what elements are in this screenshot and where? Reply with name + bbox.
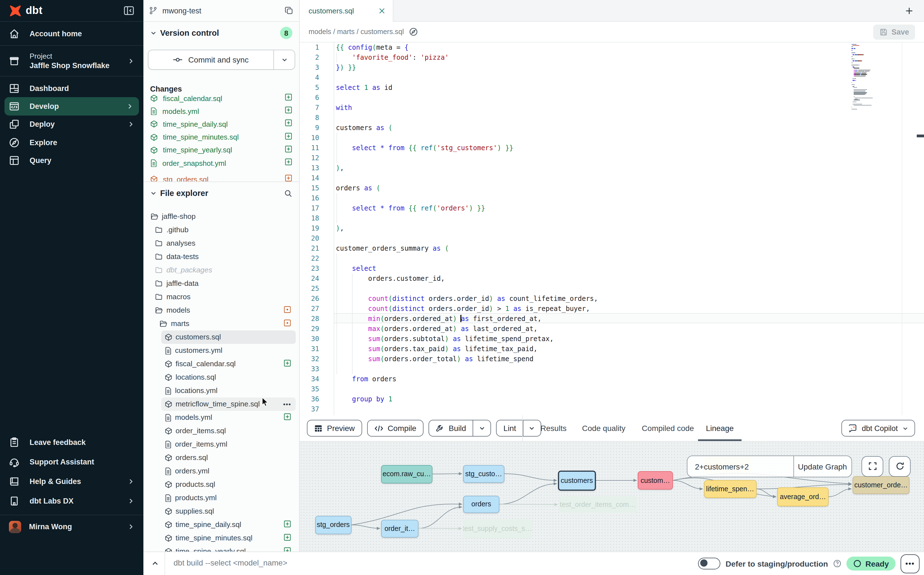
lineage-node-stg_orders[interactable]: stg_orders <box>315 516 352 534</box>
sidebar-item-query[interactable]: Query <box>0 152 143 170</box>
changed-file-row[interactable]: order_snapshot.yml <box>143 157 299 169</box>
file-row-metricflow-time-spine-sql[interactable]: metricflow_time_spine.sql••• <box>143 397 299 411</box>
changed-file-row[interactable]: fiscal_calendar.sql <box>143 92 299 105</box>
results-tab-results[interactable]: Results <box>534 415 573 441</box>
user-menu[interactable]: Mirna Wong <box>0 515 143 538</box>
sidebar-item-explore[interactable]: Explore <box>0 133 143 152</box>
file-explorer-header[interactable]: File explorer <box>143 182 299 204</box>
lineage-node-average[interactable]: average_ord… <box>777 488 829 506</box>
lineage-node-cust_orde[interactable]: customer_orde… <box>853 476 910 494</box>
lineage-canvas[interactable]: test_order_items_com…test_supply_costs_s… <box>300 442 924 551</box>
changed-file-row[interactable]: time_spine_minutes.sql <box>143 131 299 143</box>
code-editor[interactable]: 1234567891011121314151617181920212223242… <box>300 43 924 415</box>
collapse-sidebar-icon[interactable] <box>123 6 135 16</box>
lineage-node-custom[interactable]: custom… <box>638 471 673 489</box>
compile-button[interactable]: Compile <box>367 420 424 437</box>
stage-file-icon[interactable] <box>285 106 292 116</box>
sidebar-item-deploy[interactable]: Deploy <box>0 116 143 134</box>
stage-file-icon[interactable] <box>284 413 291 422</box>
file-row-order-items-yml[interactable]: order_items.yml <box>143 437 299 451</box>
build-options-chevron[interactable] <box>473 420 491 436</box>
lineage-node-ecom[interactable]: ecom.raw_cu… <box>381 465 433 483</box>
defer-toggle[interactable] <box>698 558 721 569</box>
file-row-marts[interactable]: marts <box>143 317 299 330</box>
lineage-search-box[interactable]: 2+customers+2 Update Graph <box>686 456 852 477</box>
minimap[interactable] <box>851 44 891 113</box>
preview-button[interactable]: Preview <box>307 420 362 437</box>
file-row-models[interactable]: models <box>143 303 299 317</box>
more-options-button[interactable]: ••• <box>900 554 919 573</box>
file-row-time-spine-yearly-sql[interactable]: time_spine_yearly.sql <box>143 545 299 551</box>
results-tab-compiled-code[interactable]: Compiled code <box>634 415 701 441</box>
build-button[interactable]: Build <box>428 420 491 437</box>
stage-file-icon[interactable] <box>284 520 291 529</box>
stage-file-icon[interactable] <box>285 158 292 168</box>
command-input[interactable]: dbt build --select <model_name> <box>174 558 287 567</box>
sidebar-item-leave-feedback[interactable]: Leave feedback <box>0 433 143 452</box>
version-control-header[interactable]: Version control 8 <box>143 22 299 44</box>
row-options-icon[interactable]: ••• <box>283 400 291 407</box>
lineage-node-orders[interactable]: orders <box>463 496 499 513</box>
sidebar-item-dashboard[interactable]: Dashboard <box>0 79 143 97</box>
file-row-analyses[interactable]: analyses <box>143 237 299 250</box>
stage-file-icon[interactable] <box>284 359 291 369</box>
explore-compass-icon[interactable] <box>409 27 418 36</box>
file-row-locations-sql[interactable]: locations.sql <box>143 370 299 384</box>
changed-file-row[interactable]: time_spine_daily.sql <box>143 118 299 130</box>
sidebar-item-develop[interactable]: Develop <box>5 97 139 116</box>
file-row-order-items-sql[interactable]: order_items.sql <box>143 424 299 437</box>
file-row-fiscal-calendar-sql[interactable]: fiscal_calendar.sql <box>143 357 299 370</box>
stage-file-icon[interactable] <box>284 533 291 543</box>
commit-and-sync-button[interactable]: Commit and sync <box>148 50 295 70</box>
expand-panel-icon[interactable] <box>151 559 159 567</box>
file-row-locations-yml[interactable]: locations.yml <box>143 384 299 397</box>
lineage-search-value[interactable]: 2+customers+2 <box>687 462 793 471</box>
file-row-products-yml[interactable]: products.yml <box>143 491 299 504</box>
file-row-models-yml[interactable]: models.yml <box>143 411 299 424</box>
file-row-orders-sql[interactable]: orders.sql <box>143 451 299 464</box>
results-tab-code-quality[interactable]: Code quality <box>576 415 632 441</box>
refresh-button[interactable] <box>889 456 911 477</box>
file-row-orders-yml[interactable]: orders.yml <box>143 464 299 478</box>
ready-status-badge[interactable]: Ready <box>846 557 895 570</box>
changed-file-row[interactable]: time_spine_yearly.sql <box>143 144 299 156</box>
lineage-node-order_it[interactable]: order_it… <box>381 519 418 537</box>
file-row-macros[interactable]: macros <box>143 290 299 303</box>
stage-file-icon[interactable] <box>284 546 291 551</box>
results-tab-lineage[interactable]: Lineage <box>702 415 737 441</box>
lineage-node-lifetime[interactable]: lifetime_spen… <box>704 480 756 498</box>
sidebar-item-account-home[interactable]: Account home <box>0 22 143 45</box>
file-row--github[interactable]: .github <box>143 223 299 237</box>
file-row-time-spine-daily-sql[interactable]: time_spine_daily.sql <box>143 518 299 531</box>
fullscreen-button[interactable] <box>862 456 883 477</box>
sidebar-item-support-assistant[interactable]: Support Assistant <box>0 452 143 472</box>
file-row-supplies-sql[interactable]: supplies.sql <box>143 504 299 518</box>
search-icon[interactable] <box>284 189 292 197</box>
file-row-jaffle-shop[interactable]: jaffle-shop <box>143 210 299 223</box>
file-row-customers-sql[interactable]: customers.sql <box>143 330 299 344</box>
file-row-dbt-packages[interactable]: dbt_packages <box>143 263 299 276</box>
stage-file-icon[interactable] <box>285 132 292 142</box>
changed-file-row[interactable]: models.yml <box>143 105 299 117</box>
changed-file-row[interactable]: stg_orders.sql <box>143 173 299 182</box>
stage-file-icon[interactable] <box>285 93 292 103</box>
dbt-copilot-button[interactable]: dbt Copilot <box>842 420 915 437</box>
stage-file-icon[interactable] <box>285 119 292 129</box>
scrollbar-thumb[interactable] <box>917 135 924 137</box>
file-row-time-spine-minutes-sql[interactable]: time_spine_minutes.sql <box>143 531 299 545</box>
save-button[interactable]: Save <box>873 25 915 40</box>
help-icon[interactable] <box>833 559 842 568</box>
tab-customers-sql[interactable]: customers.sql <box>300 0 393 22</box>
sidebar-item-project[interactable]: ProjectJaffle Shop Snowflake <box>0 46 143 76</box>
file-row-customers-yml[interactable]: customers.yml <box>143 344 299 357</box>
copy-icon[interactable] <box>285 6 293 15</box>
lineage-node-stg_custo[interactable]: stg_custo… <box>463 465 504 483</box>
lineage-node-customers[interactable]: customers <box>558 470 596 491</box>
file-row-products-sql[interactable]: products.sql <box>143 478 299 491</box>
file-row-data-tests[interactable]: data-tests <box>143 250 299 263</box>
stage-file-icon[interactable] <box>285 174 292 182</box>
update-graph-button[interactable]: Update Graph <box>793 456 851 477</box>
file-row-jaffle-data[interactable]: jaffle-data <box>143 276 299 290</box>
sidebar-item-dbt-labs-dx[interactable]: dbt Labs DX <box>0 491 143 511</box>
sidebar-item-help-guides[interactable]: Help & Guides <box>0 472 143 491</box>
